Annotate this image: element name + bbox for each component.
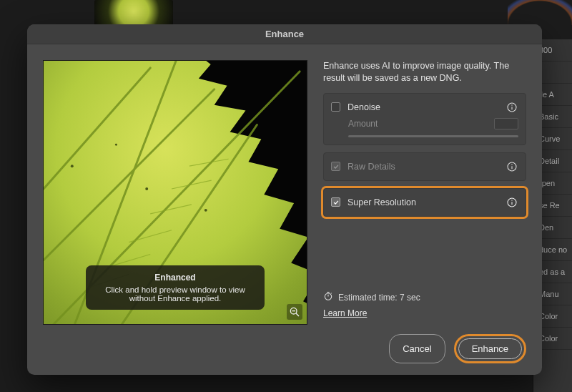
info-icon[interactable] <box>506 196 518 209</box>
cancel-button[interactable]: Cancel <box>389 334 445 363</box>
super-resolution-group: Super Resolution <box>323 188 526 217</box>
raw-details-checkbox <box>331 162 340 171</box>
denoise-label: Denoise <box>347 102 498 112</box>
raw-details-row: Raw Details <box>324 153 526 180</box>
denoise-amount-slider[interactable] <box>348 135 518 137</box>
dialog-title: Enhance <box>27 24 542 44</box>
super-resolution-checkbox[interactable] <box>331 197 340 207</box>
info-icon[interactable] <box>506 160 518 173</box>
svg-line-6 <box>296 313 299 316</box>
svg-line-20 <box>331 293 332 294</box>
svg-point-16 <box>511 200 512 200</box>
timer-icon <box>323 291 333 303</box>
dialog-description: Enhance uses AI to improve image quality… <box>323 60 526 84</box>
denoise-amount-input[interactable] <box>494 118 518 129</box>
preview-tooltip: Enhanced Click and hold preview window t… <box>86 265 265 310</box>
denoise-amount-label: Amount <box>348 119 487 129</box>
svg-point-3 <box>204 209 207 212</box>
enhance-dialog: Enhance <box>27 24 542 375</box>
bg-histogram <box>508 0 572 25</box>
denoise-row: Denoise <box>324 94 526 118</box>
zoom-out-icon[interactable] <box>287 304 302 320</box>
estimated-time-text: Estimated time: 7 sec <box>338 293 420 303</box>
estimated-time-row: Estimated time: 7 sec <box>323 291 526 303</box>
preview-window[interactable]: Enhanced Click and hold preview window t… <box>43 60 307 325</box>
super-resolution-row: Super Resolution <box>324 189 526 216</box>
svg-point-2 <box>145 187 148 190</box>
raw-details-group: Raw Details <box>323 152 526 181</box>
super-resolution-label: Super Resolution <box>347 197 498 207</box>
svg-point-10 <box>511 104 512 105</box>
enhance-button-highlight: Enhance <box>454 334 526 363</box>
denoise-group: Denoise Amount <box>323 93 526 145</box>
learn-more-link[interactable]: Learn More <box>323 308 367 318</box>
enhance-button[interactable]: Enhance <box>458 338 522 359</box>
preview-tooltip-title: Enhanced <box>97 273 253 283</box>
svg-point-4 <box>115 144 117 146</box>
raw-details-label: Raw Details <box>347 162 498 172</box>
denoise-amount-row: Amount <box>324 118 526 135</box>
preview-tooltip-body: Click and hold preview window to view wi… <box>105 285 245 303</box>
info-icon[interactable] <box>506 101 518 114</box>
svg-point-13 <box>511 164 512 165</box>
denoise-checkbox[interactable] <box>331 102 340 112</box>
svg-point-1 <box>71 165 74 167</box>
